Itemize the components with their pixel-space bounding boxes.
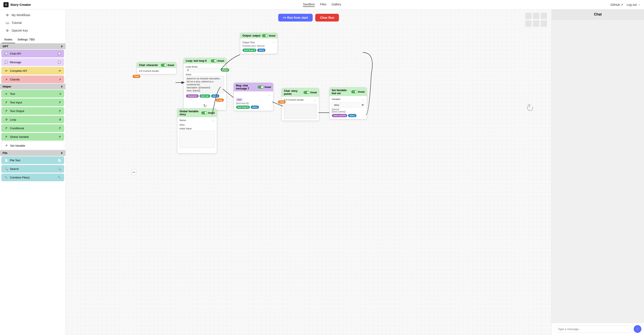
canvas-node-global-var[interactable]: Global Variable: story Detail Name: ⋯ st…	[177, 108, 217, 154]
conditional-action-icon: ↱	[59, 127, 61, 130]
canvas-node-output[interactable]: Output: output Detail Output Text: ⋯ Fin…	[240, 33, 278, 54]
node-loop[interactable]: ↺ Loop ↺	[1, 116, 64, 123]
collapse-sidebar-button[interactable]: >>	[131, 169, 136, 175]
chat-character-results: 0-0 Current results:	[139, 70, 159, 72]
sidebar-item-tutorial[interactable]: 📖 Tutorial	[2, 19, 63, 27]
node-chat-api[interactable]: 💬 Chat API 💬	[1, 50, 64, 57]
chat-input[interactable]	[554, 326, 632, 333]
set-var-dots[interactable]: ⋯	[362, 98, 364, 102]
canvas-node-loop8[interactable]: Loop: test loop 8 Detail Loop times: Inp…	[184, 58, 226, 110]
classify-label: Classify	[10, 78, 20, 81]
chat-story-body: 0-0 Current results: ⋯	[282, 97, 319, 121]
sidebar-workflows-label: My Workflows	[12, 13, 30, 17]
sidebar-item-openai[interactable]: ⚙ OpenAI Key	[2, 27, 63, 34]
combine-files-action-icon: 🔧	[58, 176, 61, 179]
set-var-header: Set Variable: test var Detail	[330, 87, 367, 96]
set-variable-icon: ↱	[4, 144, 8, 147]
loop8-tags: character test var story	[186, 94, 224, 98]
search-icon: 🔍	[4, 167, 8, 171]
app-title: Story Creator	[10, 3, 31, 6]
sidebar-item-workflows[interactable]: ⚙ My Workflows	[2, 11, 63, 19]
loop-times-input[interactable]	[186, 68, 224, 72]
chat-story-toggle[interactable]: Detail	[304, 91, 317, 94]
msg7-toggle[interactable]: Detail	[258, 86, 271, 89]
set-var-toggle[interactable]: Detail	[351, 90, 364, 93]
node-global-variable[interactable]: ↱ Global Variable ↱	[1, 133, 64, 141]
set-var-tags: story points story	[332, 114, 364, 117]
chat-character-switch[interactable]	[161, 64, 167, 67]
nav-github[interactable]: GitHub ↗	[610, 3, 623, 6]
node-set-variable[interactable]: ↱ Set Variable	[1, 141, 64, 150]
node-message[interactable]: 💬 Message 💬	[1, 58, 64, 66]
global-var-toggle[interactable]: Detail	[201, 111, 214, 114]
chat-story-dots[interactable]: ⋯	[314, 98, 317, 103]
conditional-icon: ↱	[4, 126, 8, 130]
canvas-node-chat-character[interactable]: Chat: character Detail 0-0 Current resul…	[137, 62, 176, 74]
section-helper[interactable]: Helper ∨	[0, 84, 66, 89]
loop8-refresh[interactable]: ↻	[186, 103, 224, 108]
loop8-body: Loop times: Input: based on my character…	[184, 64, 226, 110]
msg7-switch[interactable]	[258, 86, 264, 89]
tab-nodes[interactable]: Nodes	[2, 36, 15, 43]
chat-api-label: Chat API	[10, 52, 21, 55]
logo-icon: S	[4, 2, 8, 7]
global-var-title: Global Variable: story	[180, 110, 201, 116]
set-var-switch[interactable]	[351, 90, 357, 93]
chat-character-toggle[interactable]: Detail	[161, 64, 174, 67]
sidebar: ⚙ My Workflows 📖 Tutorial ⚙ OpenAI Key N…	[0, 9, 66, 335]
nav-sandbox[interactable]: Sandbox	[303, 2, 315, 7]
node-file-text[interactable]: 📄 File Text 📄	[1, 156, 64, 164]
top-nav: S Story Creator Sandbox Files Gallery Gi…	[0, 0, 644, 9]
global-var-initial-value-field[interactable]	[180, 131, 214, 148]
output-toggle[interactable]: Detail	[262, 34, 275, 37]
nav-center: Sandbox Files Gallery	[303, 2, 341, 7]
tag-story: story	[251, 106, 259, 109]
node-text-input[interactable]: ↱ Text Input ↱	[1, 98, 64, 106]
canvas-node-msg7[interactable]: Msg: chat message 7 Detail ⋯ user {{test…	[234, 83, 273, 111]
text-output-label: Text Output	[10, 109, 24, 113]
loop-icon: ↺	[4, 118, 8, 121]
text-list-icon: ≡	[60, 92, 61, 95]
node-complete-api[interactable]: ✏ Complete API ✏	[1, 67, 64, 75]
node-conditional[interactable]: ↱ Conditional ↱	[1, 124, 64, 132]
global-variable-action-icon: ↱	[59, 135, 61, 138]
section-file[interactable]: File ∨	[0, 150, 66, 156]
canvas-node-set-var[interactable]: Set Variable: test var Detail Variable: …	[329, 87, 367, 119]
tag-story-points: story points	[332, 114, 347, 117]
node-combine-files[interactable]: 🔧 Combine File(s) 🔧	[1, 174, 64, 181]
file-text-icon: 📄	[4, 158, 8, 162]
loop-label: Loop	[10, 118, 16, 121]
tag-story: story	[348, 114, 356, 117]
loop8-switch[interactable]	[211, 59, 217, 62]
canvas-node-chat-story-points[interactable]: Chat: story points Detail 0-0 Current re…	[282, 88, 319, 121]
chat-story-switch[interactable]	[304, 91, 310, 94]
node-search[interactable]: 🔍 Search 🔍	[1, 165, 64, 173]
canvas-area[interactable]: >> >> Run from start Clear Run	[66, 9, 552, 335]
sidebar-tabs: Nodes Settings: TBD	[0, 36, 66, 43]
output-switch[interactable]	[262, 34, 268, 37]
chat-character-title: Chat: character	[139, 64, 158, 67]
node-text-output[interactable]: ↱ Text Output ↱	[1, 107, 64, 115]
global-var-switch[interactable]	[201, 111, 207, 114]
nav-logout[interactable]: Log out →	[626, 3, 640, 6]
chat-story-result-field	[284, 104, 317, 119]
run-from-start-button[interactable]: >> Run from start	[278, 14, 313, 21]
global-var-dots[interactable]: ⋯	[211, 119, 214, 123]
output-expand-dots[interactable]: ⋯	[272, 40, 275, 44]
text-input-icon: ↱	[4, 100, 8, 104]
nav-gallery[interactable]: Gallery	[332, 2, 341, 7]
msg7-role: user	[236, 98, 242, 101]
node-classify[interactable]: ↗ Classify ↗	[1, 75, 64, 83]
chat-send-button[interactable]: ↑	[634, 325, 642, 333]
tab-settings[interactable]: Settings: TBD	[15, 36, 38, 43]
workflows-icon: ⚙	[5, 13, 10, 17]
set-var-body: Variable: ⋯ story {{story}}{{story point…	[330, 96, 367, 119]
tag-testloop8: test loop 8	[236, 106, 250, 109]
node-text[interactable]: ≡ Text ≡	[1, 90, 64, 98]
msg7-expand-dots[interactable]: ⋯	[268, 93, 271, 97]
loop8-toggle[interactable]: Detail	[211, 59, 224, 62]
nav-files[interactable]: Files	[320, 2, 326, 7]
section-gpt[interactable]: GPT ∨	[0, 43, 66, 49]
set-var-select[interactable]: story	[332, 103, 364, 107]
clear-run-button[interactable]: Clear Run	[315, 14, 339, 21]
